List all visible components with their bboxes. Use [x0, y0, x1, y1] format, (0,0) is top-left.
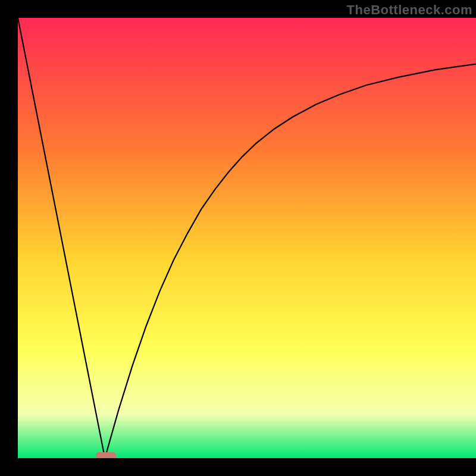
chart-svg [18, 18, 476, 458]
gradient-background [18, 18, 476, 458]
optimal-marker [96, 452, 117, 458]
plot-area [18, 18, 476, 458]
chart-frame: TheBottleneck.com [0, 0, 476, 476]
watermark-text: TheBottleneck.com [347, 2, 472, 18]
